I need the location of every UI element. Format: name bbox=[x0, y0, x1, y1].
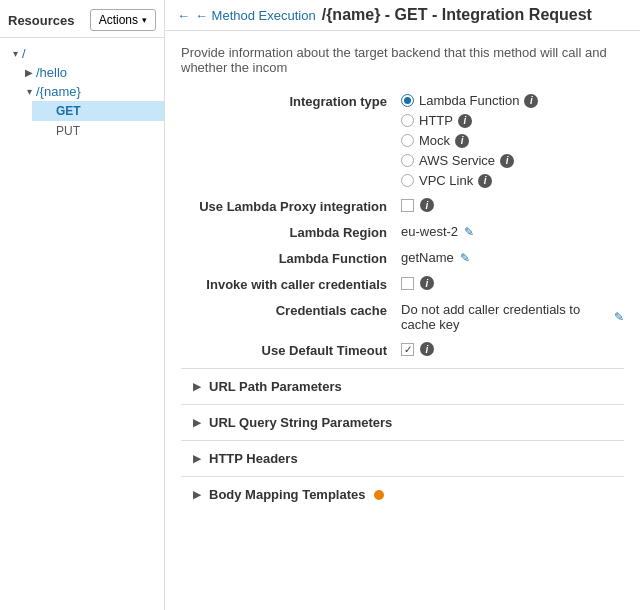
radio-aws[interactable]: AWS Service i bbox=[401, 153, 538, 168]
radio-mock-circle bbox=[401, 134, 414, 147]
url-query-chevron-icon: ▶ bbox=[193, 417, 201, 428]
credentials-cache-label: Credentials cache bbox=[181, 302, 401, 318]
radio-group: Lambda Function i HTTP i Mock i bbox=[401, 93, 538, 188]
resource-tree: ▾ / ▶ /hello ▾ /{name} GET PUT bbox=[0, 44, 164, 141]
resources-label: Resources bbox=[8, 13, 74, 28]
back-arrow-icon: ← bbox=[177, 8, 190, 23]
url-query-section: ▶ URL Query String Parameters bbox=[181, 404, 624, 440]
lambda-function-row: Lambda Function getName ✎ bbox=[181, 250, 624, 266]
back-label: ← Method Execution bbox=[195, 8, 316, 23]
url-path-chevron-icon: ▶ bbox=[193, 381, 201, 392]
tree-item-name[interactable]: ▾ /{name} bbox=[18, 82, 164, 101]
content-area: Provide information about the target bac… bbox=[165, 31, 640, 526]
lambda-info-icon[interactable]: i bbox=[524, 94, 538, 108]
body-mapping-section: ▶ Body Mapping Templates bbox=[181, 476, 624, 512]
integration-type-value: Lambda Function i HTTP i Mock i bbox=[401, 93, 624, 188]
body-mapping-label: Body Mapping Templates bbox=[209, 487, 366, 502]
lambda-proxy-checkbox[interactable] bbox=[401, 199, 414, 212]
invoke-credentials-checkbox[interactable] bbox=[401, 277, 414, 290]
radio-vpc-circle bbox=[401, 174, 414, 187]
http-headers-section: ▶ HTTP Headers bbox=[181, 440, 624, 476]
tree-children-name: GET PUT bbox=[18, 101, 164, 141]
default-timeout-value: i bbox=[401, 342, 624, 356]
radio-lambda-circle bbox=[401, 94, 414, 107]
body-mapping-chevron-icon: ▶ bbox=[193, 489, 201, 500]
tree-method-put[interactable]: PUT bbox=[32, 121, 164, 141]
credentials-cache-row: Credentials cache Do not add caller cred… bbox=[181, 302, 624, 332]
subtitle-text: Provide information about the target bac… bbox=[181, 45, 624, 75]
toggle-icon: ▾ bbox=[22, 86, 36, 97]
tree-item-label: /{name} bbox=[36, 84, 81, 99]
radio-http-circle bbox=[401, 114, 414, 127]
body-mapping-badge bbox=[374, 490, 384, 500]
url-query-header[interactable]: ▶ URL Query String Parameters bbox=[181, 405, 624, 440]
default-timeout-row: Use Default Timeout i bbox=[181, 342, 624, 358]
radio-lambda[interactable]: Lambda Function i bbox=[401, 93, 538, 108]
back-link[interactable]: ← ← Method Execution bbox=[177, 8, 316, 23]
radio-aws-circle bbox=[401, 154, 414, 167]
lambda-function-label: Lambda Function bbox=[181, 250, 401, 266]
tree-item-label: / bbox=[22, 46, 26, 61]
aws-info-icon[interactable]: i bbox=[500, 154, 514, 168]
breadcrumb: ← ← Method Execution /{name} - GET - Int… bbox=[165, 0, 640, 31]
integration-type-label: Integration type bbox=[181, 93, 401, 109]
toggle-icon: ▶ bbox=[22, 67, 36, 78]
radio-http[interactable]: HTTP i bbox=[401, 113, 538, 128]
method-get-label: GET bbox=[50, 103, 87, 119]
url-path-label: URL Path Parameters bbox=[209, 379, 342, 394]
lambda-function-edit-icon[interactable]: ✎ bbox=[460, 251, 470, 265]
toggle-icon: ▾ bbox=[8, 48, 22, 59]
main-content: ← ← Method Execution /{name} - GET - Int… bbox=[165, 0, 640, 610]
lambda-function-value: getName ✎ bbox=[401, 250, 624, 265]
default-timeout-label: Use Default Timeout bbox=[181, 342, 401, 358]
tree-method-get[interactable]: GET bbox=[32, 101, 164, 121]
mock-info-icon[interactable]: i bbox=[455, 134, 469, 148]
actions-caret-icon: ▾ bbox=[142, 15, 147, 25]
http-headers-header[interactable]: ▶ HTTP Headers bbox=[181, 441, 624, 476]
http-headers-chevron-icon: ▶ bbox=[193, 453, 201, 464]
invoke-credentials-row: Invoke with caller credentials i bbox=[181, 276, 624, 292]
http-info-icon[interactable]: i bbox=[458, 114, 472, 128]
url-path-header[interactable]: ▶ URL Path Parameters bbox=[181, 369, 624, 404]
tree-item-root[interactable]: ▾ / bbox=[4, 44, 164, 63]
radio-mock[interactable]: Mock i bbox=[401, 133, 538, 148]
url-path-section: ▶ URL Path Parameters bbox=[181, 368, 624, 404]
vpc-info-icon[interactable]: i bbox=[478, 174, 492, 188]
tree-item-label: /hello bbox=[36, 65, 67, 80]
invoke-credentials-value: i bbox=[401, 276, 624, 290]
lambda-proxy-row: Use Lambda Proxy integration i bbox=[181, 198, 624, 214]
credentials-cache-edit-icon[interactable]: ✎ bbox=[614, 310, 624, 324]
body-mapping-header[interactable]: ▶ Body Mapping Templates bbox=[181, 477, 624, 512]
invoke-credentials-info-icon[interactable]: i bbox=[420, 276, 434, 290]
sidebar-header: Resources Actions ▾ bbox=[0, 5, 164, 38]
method-put-label: PUT bbox=[50, 123, 86, 139]
lambda-proxy-info-icon[interactable]: i bbox=[420, 198, 434, 212]
url-query-label: URL Query String Parameters bbox=[209, 415, 392, 430]
invoke-credentials-label: Invoke with caller credentials bbox=[181, 276, 401, 292]
integration-type-row: Integration type Lambda Function i HTTP … bbox=[181, 93, 624, 188]
lambda-region-value: eu-west-2 ✎ bbox=[401, 224, 624, 239]
credentials-cache-text: Do not add caller credentials to cache k… bbox=[401, 302, 608, 332]
lambda-function-text: getName bbox=[401, 250, 454, 265]
lambda-region-row: Lambda Region eu-west-2 ✎ bbox=[181, 224, 624, 240]
lambda-region-edit-icon[interactable]: ✎ bbox=[464, 225, 474, 239]
lambda-proxy-label: Use Lambda Proxy integration bbox=[181, 198, 401, 214]
http-headers-label: HTTP Headers bbox=[209, 451, 298, 466]
actions-button[interactable]: Actions ▾ bbox=[90, 9, 156, 31]
page-title: /{name} - GET - Integration Request bbox=[322, 6, 592, 24]
lambda-region-label: Lambda Region bbox=[181, 224, 401, 240]
credentials-cache-value: Do not add caller credentials to cache k… bbox=[401, 302, 624, 332]
default-timeout-info-icon[interactable]: i bbox=[420, 342, 434, 356]
sidebar: Resources Actions ▾ ▾ / ▶ /hello ▾ /{nam… bbox=[0, 0, 165, 610]
tree-item-hello[interactable]: ▶ /hello bbox=[18, 63, 164, 82]
lambda-proxy-value: i bbox=[401, 198, 624, 212]
lambda-region-text: eu-west-2 bbox=[401, 224, 458, 239]
radio-vpc[interactable]: VPC Link i bbox=[401, 173, 538, 188]
default-timeout-checkbox[interactable] bbox=[401, 343, 414, 356]
tree-children-root: ▶ /hello ▾ /{name} GET PUT bbox=[4, 63, 164, 141]
